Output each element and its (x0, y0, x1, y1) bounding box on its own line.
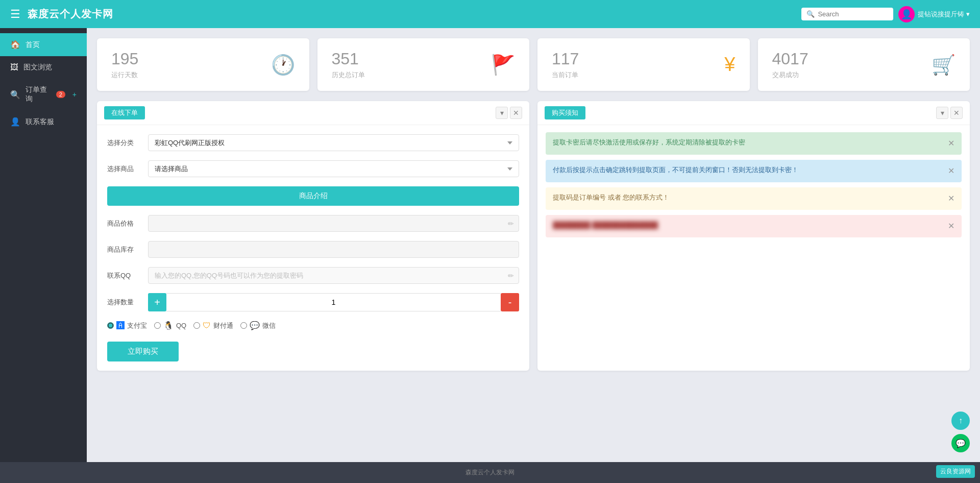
category-row: 选择分类 彩虹QQ代刷网正版授权 (107, 134, 519, 151)
search-box: 🔍 (801, 8, 893, 20)
qq-label: 联系QQ (107, 271, 148, 280)
home-icon: 🏠 (10, 40, 20, 50)
alipay-icon: 🅰 (116, 321, 125, 330)
tenpay-icon: 🛡 (203, 321, 211, 330)
notice-close-button[interactable]: ✕ (950, 107, 963, 119)
sidebar-item-support[interactable]: 👤 联系客服 (0, 110, 87, 133)
notice-panel: 购买须知 ▾ ✕ 提取卡密后请尽快激活使用或保存好，系统定期清除被提取的卡密 ✕… (537, 101, 970, 371)
scroll-top-button[interactable]: ↑ (951, 412, 970, 430)
qty-input[interactable] (166, 293, 501, 311)
notice-minimize-button[interactable]: ▾ (936, 107, 948, 119)
alipay-radio[interactable] (107, 322, 114, 329)
stock-label: 商品库存 (107, 245, 148, 254)
notice-text-yellow: 提取码是订单编号 或者 您的联系方式！ (553, 192, 669, 203)
notice-item-pink: ████████ ██████████████ ✕ (546, 215, 962, 237)
clock-icon: 🕐 (271, 54, 295, 76)
qq-input[interactable] (148, 267, 519, 284)
sidebar-item-home[interactable]: 🏠 首页 (0, 33, 87, 56)
search-icon: 🔍 (806, 10, 815, 18)
site-title: 森度云个人发卡网 (28, 7, 113, 21)
sidebar-item-gallery[interactable]: 🖼 图文浏览 (0, 56, 87, 79)
price-control: ✏ (148, 215, 519, 232)
tenpay-radio[interactable] (193, 322, 200, 329)
qty-plus-button[interactable]: + (148, 293, 166, 311)
sidebar: 🏠 首页 🖼 图文浏览 🔍 订单查询 2 + 👤 联系客服 (0, 28, 87, 462)
hamburger-icon[interactable]: ☰ (10, 8, 20, 21)
yen-icon: ¥ (724, 54, 735, 76)
qq-radio[interactable] (154, 322, 161, 329)
flag-icon: 🚩 (491, 54, 515, 76)
payment-qq[interactable]: 🐧 QQ (154, 321, 186, 330)
user-icon: 👤 (10, 117, 20, 127)
close-button[interactable]: ✕ (510, 107, 522, 119)
price-label: 商品价格 (107, 219, 148, 228)
qty-stepper: + - (148, 293, 519, 311)
stat-label-current: 当前订单 (552, 70, 579, 80)
main-layout: 🏠 首页 🖼 图文浏览 🔍 订单查询 2 + 👤 联系客服 195 运行天数 (0, 28, 980, 462)
stat-card-current: 117 当前订单 ¥ (537, 38, 750, 91)
header: ☰ 森度云个人发卡网 🔍 👤 提钻说接提斤铸 ▾ (0, 0, 980, 28)
product-control: 请选择商品 (148, 160, 519, 177)
stat-label-success: 交易成功 (772, 70, 808, 80)
category-control: 彩虹QQ代刷网正版授权 (148, 134, 519, 151)
payment-wechat[interactable]: 💬 微信 (240, 321, 276, 330)
order-panel: 在线下单 ▾ ✕ 选择分类 彩虹QQ代刷网正版授权 (97, 101, 529, 371)
qq-icon: ✏ (508, 272, 514, 280)
edit-icon: ✏ (508, 220, 514, 228)
buy-button[interactable]: 立即购买 (107, 342, 179, 361)
notice-item-green: 提取卡密后请尽快激活使用或保存好，系统定期清除被提取的卡密 ✕ (546, 132, 962, 155)
notice-panel-header: 购买须知 ▾ ✕ (537, 101, 970, 125)
notice-text-pink: ████████ ██████████████ (553, 220, 658, 230)
stat-card-orders: 351 历史总订单 🚩 (317, 38, 530, 91)
tenpay-label: 财付通 (213, 321, 233, 330)
chat-button[interactable]: 💬 (951, 434, 970, 452)
product-intro-button[interactable]: 商品介绍 (107, 186, 519, 206)
floating-buttons: ↑ 💬 (951, 412, 970, 452)
stat-info-days: 195 运行天数 (111, 50, 138, 80)
alipay-label: 支付宝 (127, 321, 147, 330)
product-label: 选择商品 (107, 164, 148, 174)
qq-pay-icon: 🐧 (163, 321, 174, 330)
stat-info-current: 117 当前订单 (552, 50, 579, 80)
payment-tenpay[interactable]: 🛡 财付通 (193, 321, 233, 330)
notice-panel-body: 提取卡密后请尽快激活使用或保存好，系统定期清除被提取的卡密 ✕ 付款后按提示点击… (537, 125, 970, 245)
user-area[interactable]: 👤 提钻说接提斤铸 ▾ (898, 6, 970, 22)
bottom-panels: 在线下单 ▾ ✕ 选择分类 彩虹QQ代刷网正版授权 (97, 101, 970, 371)
sidebar-item-label: 联系客服 (26, 117, 54, 127)
notice-close-blue[interactable]: ✕ (948, 165, 954, 177)
stat-number-days: 195 (111, 50, 138, 68)
product-select[interactable]: 请选择商品 (148, 160, 519, 177)
wechat-icon: 💬 (250, 321, 260, 330)
price-row: 商品价格 ✏ (107, 215, 519, 232)
payment-alipay[interactable]: 🅰 支付宝 (107, 321, 147, 330)
wechat-radio[interactable] (240, 322, 247, 329)
notice-close-pink[interactable]: ✕ (948, 220, 954, 232)
stat-number-success: 4017 (772, 50, 808, 68)
watermark: 云良资源网 (936, 465, 975, 478)
add-icon[interactable]: + (72, 90, 77, 99)
notice-close-yellow[interactable]: ✕ (948, 192, 954, 205)
notice-item-blue: 付款后按提示点击确定跳转到提取页面，不可提前关闭窗口！否则无法提取到卡密！ ✕ (546, 160, 962, 182)
notice-text-green: 提取卡密后请尽快激活使用或保存好，系统定期清除被提取的卡密 (553, 137, 745, 148)
qty-minus-button[interactable]: - (501, 293, 519, 311)
orders-badge: 2 (56, 91, 65, 98)
sidebar-item-orders[interactable]: 🔍 订单查询 2 + (0, 79, 87, 110)
stat-number-current: 117 (552, 50, 579, 68)
qq-control: ✏ (148, 267, 519, 284)
sidebar-item-label: 图文浏览 (23, 63, 52, 72)
order-panel-body: 选择分类 彩虹QQ代刷网正版授权 选择商品 请选择商品 (97, 125, 529, 371)
search-icon: 🔍 (10, 90, 20, 100)
notice-panel-title: 购买须知 (545, 106, 585, 119)
stat-card-success: 4017 交易成功 🛒 (758, 38, 970, 91)
qty-label: 选择数量 (107, 298, 148, 307)
stock-input (148, 241, 519, 258)
stock-control (148, 241, 519, 258)
minimize-button[interactable]: ▾ (496, 107, 508, 119)
stat-cards: 195 运行天数 🕐 351 历史总订单 🚩 117 当前订单 ¥ (97, 38, 970, 91)
qty-row: 选择数量 + - (107, 293, 519, 311)
header-right: 🔍 👤 提钻说接提斤铸 ▾ (801, 6, 970, 22)
order-panel-title: 在线下单 (104, 106, 145, 119)
search-input[interactable] (818, 10, 888, 18)
notice-close-green[interactable]: ✕ (948, 137, 954, 150)
category-select[interactable]: 彩虹QQ代刷网正版授权 (148, 134, 519, 151)
